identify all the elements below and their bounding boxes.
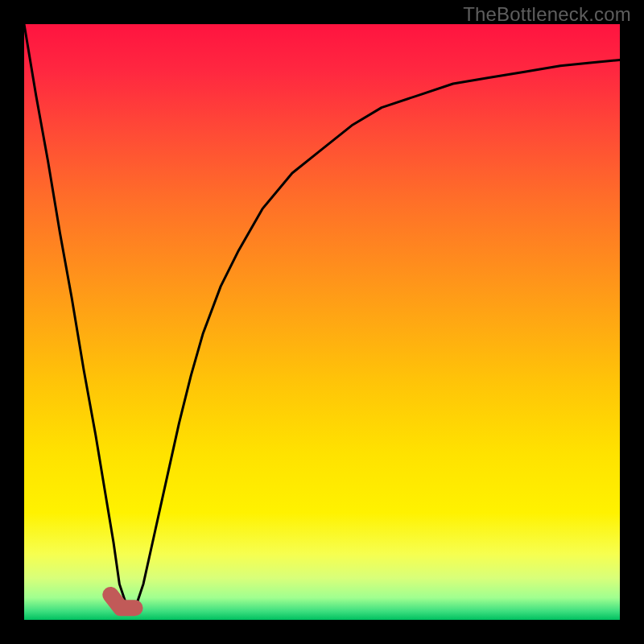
plot-background <box>24 24 620 620</box>
bottleneck-plot <box>0 0 644 644</box>
watermark-text: TheBottleneck.com <box>463 3 631 26</box>
chart-root: TheBottleneck.com <box>0 0 644 644</box>
